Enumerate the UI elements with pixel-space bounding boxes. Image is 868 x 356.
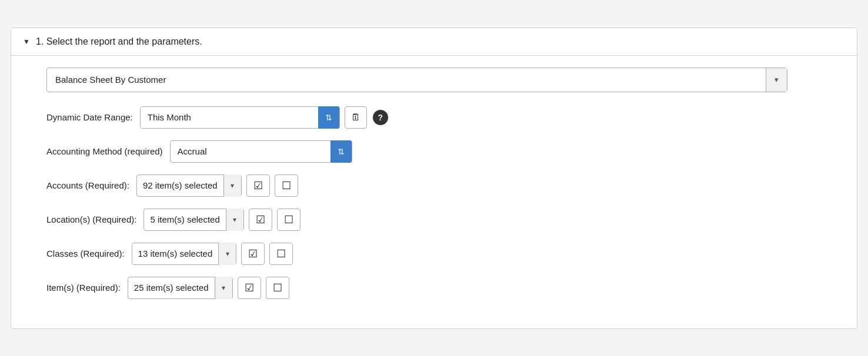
dynamic-date-range-select[interactable]: This Month ⇅ <box>140 106 340 129</box>
acct-updown-icon: ⇅ <box>338 147 345 156</box>
items-row: Item(s) (Required): 25 item(s) selected … <box>46 277 822 299</box>
report-select-wrapper[interactable]: Balance Sheet By Customer ▾ <box>46 68 787 92</box>
accounts-check-all-btn[interactable]: ☑ <box>246 174 270 197</box>
locations-chevron-icon: ▾ <box>233 216 236 224</box>
locations-uncheck-all-btn[interactable]: ☐ <box>277 209 301 231</box>
locations-row: Location(s) (Required): 5 item(s) select… <box>46 209 822 231</box>
accounting-method-arrow-btn[interactable]: ⇅ <box>330 140 352 163</box>
panel-title: 1. Select the report and the parameters. <box>36 36 202 47</box>
locations-check-all-icon: ☑ <box>256 213 265 226</box>
items-chevron-icon: ▾ <box>222 284 225 292</box>
accounts-chevron-icon: ▾ <box>231 182 234 190</box>
accounts-uncheck-all-btn[interactable]: ☐ <box>275 174 298 197</box>
accounts-select[interactable]: 92 item(s) selected ▾ <box>136 174 242 197</box>
accounting-method-select[interactable]: Accrual ⇅ <box>170 140 352 163</box>
classes-dropdown-btn[interactable]: ▾ <box>218 243 236 265</box>
accounting-method-value: Accrual <box>171 146 330 156</box>
help-icon-label: ? <box>378 113 383 122</box>
locations-value: 5 item(s) selected <box>144 214 225 224</box>
report-selector-row: Balance Sheet By Customer ▾ <box>46 68 822 92</box>
accounts-value: 92 item(s) selected <box>137 180 223 190</box>
calendar-button[interactable]: 🗓 <box>345 106 367 129</box>
collapse-icon[interactable]: ▼ <box>23 38 30 46</box>
dynamic-date-range-value: This Month <box>141 112 318 122</box>
calendar-icon: 🗓 <box>351 112 360 123</box>
items-uncheck-all-icon: ☐ <box>273 281 282 294</box>
classes-uncheck-all-icon: ☐ <box>276 247 286 260</box>
items-value: 25 item(s) selected <box>128 283 215 293</box>
items-dropdown-btn[interactable]: ▾ <box>215 277 232 299</box>
dynamic-date-range-label: Dynamic Date Range: <box>46 112 133 122</box>
uncheck-all-icon: ☐ <box>282 179 291 192</box>
classes-row: Classes (Required): 13 item(s) selected … <box>46 243 822 265</box>
main-panel: ▼ 1. Select the report and the parameter… <box>11 28 857 329</box>
classes-label: Classes (Required): <box>46 248 125 258</box>
accounts-label: Accounts (Required): <box>46 180 129 190</box>
items-uncheck-all-btn[interactable]: ☐ <box>266 277 289 299</box>
dynamic-date-range-arrow-btn[interactable]: ⇅ <box>318 106 339 129</box>
locations-dropdown-btn[interactable]: ▾ <box>226 209 243 231</box>
report-select-arrow-btn[interactable]: ▾ <box>766 68 787 92</box>
classes-chevron-icon: ▾ <box>226 250 229 258</box>
accounts-row: Accounts (Required): 92 item(s) selected… <box>46 174 822 197</box>
classes-check-all-icon: ☑ <box>248 247 258 260</box>
items-label: Item(s) (Required): <box>46 283 121 293</box>
locations-check-all-btn[interactable]: ☑ <box>249 209 272 231</box>
classes-check-all-btn[interactable]: ☑ <box>241 243 265 265</box>
accounting-method-row: Accounting Method (required) Accrual ⇅ <box>46 140 822 163</box>
panel-header: ▼ 1. Select the report and the parameter… <box>11 28 857 56</box>
locations-uncheck-all-icon: ☐ <box>284 213 293 226</box>
dynamic-date-range-row: Dynamic Date Range: This Month ⇅ 🗓 ? <box>46 106 822 129</box>
classes-value: 13 item(s) selected <box>132 248 219 258</box>
items-check-all-icon: ☑ <box>245 281 254 294</box>
updown-icon: ⇅ <box>325 113 332 122</box>
help-icon[interactable]: ? <box>373 110 388 125</box>
accounting-method-label: Accounting Method (required) <box>46 146 163 156</box>
locations-select[interactable]: 5 item(s) selected ▾ <box>143 209 243 231</box>
report-select-chevron-icon: ▾ <box>774 75 779 84</box>
classes-select[interactable]: 13 item(s) selected ▾ <box>132 243 237 265</box>
check-all-icon: ☑ <box>253 179 263 192</box>
classes-uncheck-all-btn[interactable]: ☐ <box>269 243 293 265</box>
locations-label: Location(s) (Required): <box>46 214 136 224</box>
report-select-text: Balance Sheet By Customer <box>47 69 766 90</box>
panel-body: Balance Sheet By Customer ▾ Dynamic Date… <box>11 56 857 328</box>
items-select[interactable]: 25 item(s) selected ▾ <box>128 277 233 299</box>
items-check-all-btn[interactable]: ☑ <box>238 277 261 299</box>
accounts-dropdown-btn[interactable]: ▾ <box>223 174 241 197</box>
